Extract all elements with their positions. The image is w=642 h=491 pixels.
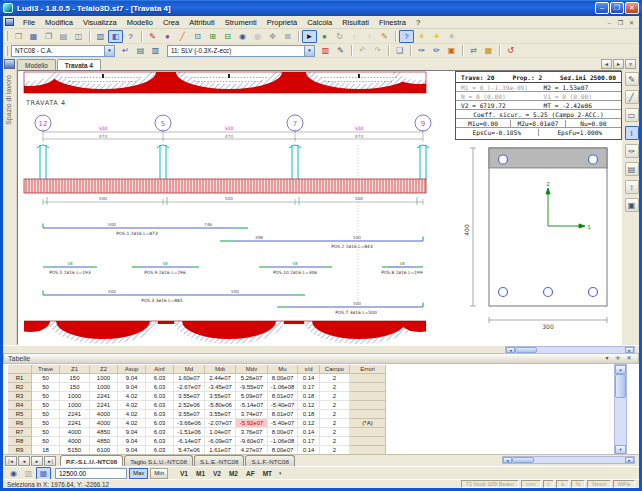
splitter-strip[interactable]: ◄ ► [3, 345, 639, 353]
beam-line-icon[interactable]: ╱ [175, 30, 190, 43]
table-cell[interactable]: 8.01e07 [268, 410, 298, 419]
mdi-close-button[interactable]: ✕ [626, 18, 637, 27]
table-cell[interactable]: 3.55e07 [205, 392, 236, 401]
tab-close-icon[interactable]: ✕ [625, 59, 636, 69]
table-cell[interactable]: -9.55e07 [236, 383, 268, 392]
toggle-m2[interactable]: M2 [225, 470, 242, 477]
mdi-minimize-button[interactable]: – [604, 18, 615, 27]
table-cell[interactable]: 50 [32, 437, 60, 446]
table-cell[interactable]: -5.40e07 [268, 419, 298, 428]
table-cell[interactable]: 6.03 [146, 419, 174, 428]
table-cell[interactable]: 2.52e06 [174, 401, 205, 410]
table-cell[interactable]: 4.02 [118, 419, 146, 428]
zoom-fit-icon[interactable]: ⊠ [280, 30, 295, 43]
table-cell[interactable]: 6.03 [146, 410, 174, 419]
panel-pin-icon[interactable]: ✛ [613, 354, 623, 363]
fill-box-icon[interactable]: ▣ [444, 44, 459, 57]
menu-item-7[interactable]: Proprietà [262, 18, 302, 27]
copy-icon[interactable]: ❐ [41, 30, 56, 43]
menu-item-5[interactable]: Attributi [184, 18, 219, 27]
tabelle-panel-header[interactable]: Tabelle ▾ ✛ ✕ [3, 353, 639, 364]
next-case-icon[interactable]: ↷ [370, 44, 385, 57]
edit-tool-icon[interactable]: ✎ [625, 72, 639, 86]
table-cell[interactable] [350, 410, 386, 419]
table-cell[interactable] [350, 392, 386, 401]
table-cell[interactable]: 1000 [60, 392, 90, 401]
norm-book-icon[interactable]: ▤ [133, 44, 148, 57]
table-cell[interactable]: 8.00e07 [268, 446, 298, 455]
draw-pencil-icon[interactable]: ✎ [145, 30, 160, 43]
hatch-tool-icon[interactable]: ▤ [625, 162, 639, 176]
table-last-button[interactable]: ►| [44, 456, 56, 466]
workspace-strip[interactable]: Spazio di lavoro [3, 58, 17, 345]
table-cell[interactable]: 0.14 [298, 374, 320, 383]
toggle-af[interactable]: AF [242, 470, 259, 477]
scroll-up-icon[interactable]: ▲ [615, 365, 626, 374]
table-cell[interactable]: 6100 [90, 446, 118, 455]
table-cell[interactable]: 2 [320, 392, 350, 401]
mdi-child-icon[interactable] [5, 18, 14, 26]
table-cell[interactable]: 2241 [60, 419, 90, 428]
table-cell[interactable]: 4.27e07 [236, 446, 268, 455]
table-first-button[interactable]: |◄ [5, 456, 17, 466]
table-cell[interactable] [350, 428, 386, 437]
results-table[interactable]: TraveZ1Z2AsupAinfMdMdtMdvMux/dCampoError… [8, 365, 386, 455]
print-icon[interactable]: ▤ [56, 30, 71, 43]
table-cell[interactable]: 9.04 [118, 446, 146, 455]
export-grid-icon[interactable]: ▦ [481, 44, 496, 57]
table-cell[interactable]: 0.18 [298, 392, 320, 401]
tab-modello[interactable]: Modello [17, 59, 56, 70]
table-cell[interactable]: 4850 [90, 437, 118, 446]
light-off-icon[interactable]: ☀ [444, 30, 459, 43]
menu-item-1[interactable]: Modifica [40, 18, 78, 27]
tab-slf-ntc08[interactable]: S.L.F.-NTC08 [245, 455, 294, 466]
edit-pencil-icon[interactable]: ✎ [377, 30, 392, 43]
table-cell[interactable]: 0.17 [298, 383, 320, 392]
table-cell[interactable]: 2241 [90, 392, 118, 401]
table-cell[interactable]: 8.00e07 [268, 428, 298, 437]
close-button[interactable]: ✕ [625, 2, 639, 14]
panel-close-icon[interactable]: ✕ [624, 354, 634, 363]
menu-item-0[interactable]: File [18, 18, 40, 27]
table-row-id[interactable]: R1 [8, 374, 32, 383]
table-row-id[interactable]: R9 [8, 446, 32, 455]
light-half-icon[interactable]: ☀ [429, 30, 444, 43]
table-cell[interactable]: 1000 [60, 401, 90, 410]
toggle-v2[interactable]: V2 [209, 470, 225, 477]
max-toggle-button[interactable]: Max [129, 468, 148, 479]
combo-arrow-icon[interactable]: ▼ [104, 46, 114, 56]
props-tool-icon[interactable]: ▣ [625, 198, 639, 212]
rect-tool-icon[interactable]: ▭ [625, 108, 639, 122]
grid-view-icon[interactable]: ▧ [93, 30, 108, 43]
table-cell[interactable]: 0.18 [298, 410, 320, 419]
table-cell[interactable]: 2 [320, 410, 350, 419]
text-tool-icon[interactable]: I [625, 126, 639, 140]
tab-sle-ntc08[interactable]: S.L.E.-NTC08 [194, 455, 245, 466]
table-cell[interactable]: 2 [320, 374, 350, 383]
minimize-button[interactable]: – [595, 2, 609, 14]
combo-table-icon[interactable]: ▥ [318, 44, 333, 57]
table-hscrollbar[interactable]: ◄ ► [502, 456, 635, 464]
scroll-down-icon[interactable]: ▼ [615, 445, 626, 454]
table-cell[interactable]: 2241 [90, 401, 118, 410]
table-cell[interactable]: 9.04 [118, 374, 146, 383]
table-prev-button[interactable]: ◄ [18, 456, 30, 466]
move-tool-icon[interactable]: ↕ [625, 180, 639, 194]
results-zoom-icon[interactable]: ◉ [6, 467, 21, 480]
open-icon[interactable]: ❒ [11, 30, 26, 43]
combo-arrow-icon[interactable]: ▼ [304, 46, 314, 56]
table-cell[interactable]: 6.03 [146, 392, 174, 401]
table-cell[interactable]: -5.14e07 [236, 401, 268, 410]
table-cell[interactable]: 6.03 [146, 383, 174, 392]
case-book-icon[interactable]: ▥ [148, 44, 163, 57]
table-cell[interactable] [350, 383, 386, 392]
table-cell[interactable]: 9.04 [118, 383, 146, 392]
assign-norm-icon[interactable]: ↵ [118, 44, 133, 57]
table-cell[interactable]: 5.09e07 [236, 392, 268, 401]
table-cell[interactable]: 6.03 [146, 446, 174, 455]
table-cell[interactable]: -5.80e06 [205, 401, 236, 410]
table-cell[interactable]: -1.51e06 [174, 428, 205, 437]
query-icon[interactable]: ? [399, 30, 414, 43]
scroll-left-icon[interactable]: ◄ [503, 457, 512, 463]
zoom-out-icon[interactable]: ◎ [250, 30, 265, 43]
